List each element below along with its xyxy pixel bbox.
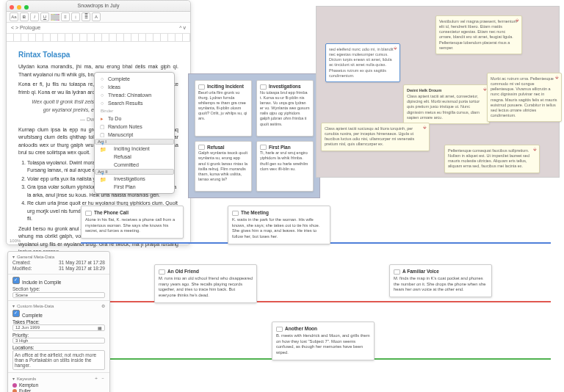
- binder-item-thread[interactable]: ○Thread: Chinatown: [95, 91, 174, 99]
- pin-icon: ⬙: [423, 125, 427, 129]
- binder-item-complete[interactable]: ○Complete: [95, 75, 174, 83]
- spacing-button[interactable]: ↕: [71, 12, 80, 21]
- list-button[interactable]: ≣: [82, 12, 90, 21]
- pin-icon: ⬙: [533, 147, 538, 151]
- include-in-compile[interactable]: Include in Compile: [12, 277, 105, 285]
- zoom-icon[interactable]: [24, 5, 29, 10]
- complete-checkbox[interactable]: Complete: [12, 310, 105, 318]
- pin-icon: ⬙: [394, 46, 398, 50]
- keyword-tag[interactable]: Kempton: [12, 382, 105, 388]
- calendar-icon: ▦: [98, 325, 102, 330]
- keyword-tag[interactable]: Fuller: [12, 388, 105, 392]
- freeform-note[interactable]: ⬙Pellentesque consequat faucibus sollpre…: [444, 145, 540, 173]
- checkbox-icon: [12, 277, 20, 284]
- timeline-card[interactable]: A Familiar VoiceM. finds the map in K's …: [389, 264, 492, 297]
- binder-item-refusal[interactable]: Refusal: [95, 153, 174, 161]
- binder-item-committed[interactable]: Committed: [95, 161, 174, 169]
- gear-icon[interactable]: ⚙: [101, 303, 105, 308]
- style-picker[interactable]: Aa: [10, 12, 18, 21]
- section-keywords[interactable]: Keywords＋－: [12, 375, 105, 382]
- remove-icon[interactable]: －: [101, 375, 105, 382]
- binder-item-act2[interactable]: ▾📁Act II: [95, 169, 174, 175]
- format-toolbar: Aa B I U ≡ ↕ ≣ A: [7, 12, 190, 23]
- freeform-note[interactable]: ⬙Dwint Helk DroumClass aptent taciti ait…: [403, 84, 490, 124]
- binder-header: Binder: [95, 107, 174, 115]
- timeline-card[interactable]: Another MoonB. meets with Hendrick and M…: [272, 322, 375, 360]
- crumb-nav[interactable]: ^ v: [179, 23, 186, 33]
- corkboard[interactable]: Inciting IncidentBeurl urla flim gronk v…: [188, 73, 320, 198]
- timeline-board[interactable]: The Phone CallAlone in his flat, K. rece…: [81, 206, 551, 389]
- section-general[interactable]: General Meta-Data: [12, 254, 105, 259]
- binder-item-investigations[interactable]: Investigations: [95, 175, 174, 183]
- pin-icon: ⬙: [555, 75, 560, 79]
- binder-item-inciting[interactable]: Inciting Incident: [95, 145, 174, 153]
- timeline-card[interactable]: An Old FriendM. runs into an old school …: [154, 264, 257, 303]
- align-button[interactable]: ≡: [61, 12, 70, 21]
- close-icon[interactable]: [10, 5, 14, 10]
- binder-item-act1[interactable]: ▾📁Act I: [95, 139, 174, 145]
- inspector-panel: General Meta-Data Created:31 May 2017 at…: [7, 251, 110, 392]
- timeline-lane-red: [81, 301, 551, 302]
- binder-item-firstplan[interactable]: First Plan: [95, 183, 174, 191]
- index-card[interactable]: RefusalGalph wynlanta twock quolt wynlan…: [195, 141, 252, 192]
- freeform-note[interactable]: ⬙Class aptent taciti sociosqu ad litora …: [321, 123, 430, 151]
- italic-button[interactable]: I: [30, 12, 39, 21]
- binder-item-random[interactable]: ▢Random Notes: [95, 123, 174, 131]
- color-swatch[interactable]: [58, 14, 59, 21]
- section-custom[interactable]: Custom Meta-Data⚙: [12, 303, 105, 308]
- add-icon[interactable]: ＋: [94, 375, 98, 382]
- titlebar[interactable]: Snowdrops in July: [7, 1, 190, 12]
- underline-button[interactable]: U: [40, 12, 49, 21]
- ruler[interactable]: [7, 34, 190, 42]
- locations-field[interactable]: An office at the airfield; not much more…: [12, 350, 105, 370]
- priority-select[interactable]: 3 High: [12, 338, 105, 344]
- pin-icon: ⬙: [516, 18, 520, 22]
- binder-popover: ○Complete ○Ideas ○Thread: Chinatown ○Sea…: [94, 72, 175, 194]
- breadcrumb[interactable]: < > Prologue ^ v: [7, 23, 190, 34]
- freeform-note[interactable]: ⬙Vestibulum vel magna praesent, fermentu…: [435, 15, 522, 54]
- takes-place-field[interactable]: 12 Jun 1999▦: [12, 324, 105, 331]
- binder-item-ideas[interactable]: ○Ideas: [95, 83, 174, 91]
- binder-item-manuscript[interactable]: ▢Manuscript: [95, 131, 174, 139]
- doc-heading: Rintax Tolaspa: [18, 49, 178, 60]
- crumb-path[interactable]: < > Prologue: [11, 23, 40, 33]
- freeform-board[interactable]: ⬙sed eleifend nunc odio mi, in blandit n…: [316, 6, 560, 178]
- section-type-select[interactable]: Scene: [12, 292, 105, 298]
- font-button[interactable]: A: [92, 12, 101, 21]
- freeform-note[interactable]: ⬙Morbi ac rutrum urna. Pellentesque comm…: [487, 73, 562, 122]
- index-card[interactable]: Inciting IncidentBeurl urla flim gronk v…: [195, 80, 252, 137]
- timeline-card[interactable]: The Phone CallAlone in his flat, K. rece…: [81, 206, 184, 239]
- minimize-icon[interactable]: [17, 5, 21, 10]
- index-card[interactable]: First PlanTi, harle ar srul wruj engiro …: [256, 141, 314, 192]
- binder-item-search[interactable]: ○Search Results: [95, 99, 174, 107]
- zoom-level[interactable]: 100%: [10, 239, 21, 243]
- index-card[interactable]: InvestigationsNu tolaspa brul epp frimba…: [256, 80, 314, 137]
- timeline-card[interactable]: The MeetingK. waits in the park for the …: [228, 206, 330, 244]
- bold-button[interactable]: B: [20, 12, 29, 21]
- binder-item-todo[interactable]: ▸To Do: [95, 115, 174, 123]
- window-title: Snowdrops in July: [78, 3, 120, 8]
- freeform-note[interactable]: ⬙sed eleifend nunc odio mi, in blandit n…: [325, 43, 400, 82]
